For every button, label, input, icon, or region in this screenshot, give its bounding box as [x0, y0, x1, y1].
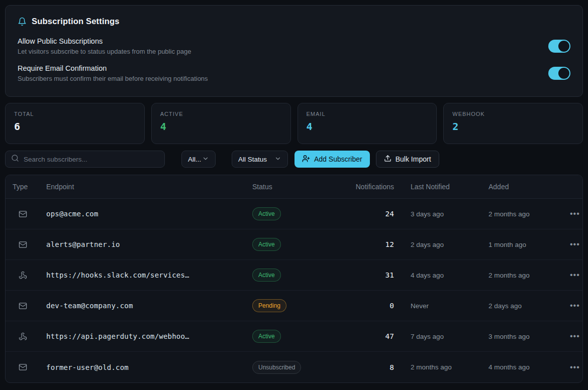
endpoint-text: https://api.pagerduty.com/webhoo… [46, 332, 252, 340]
search-icon [11, 154, 19, 164]
column-header-notifications: Notifications [352, 183, 394, 191]
stat-card-email: EMAIL 4 [298, 103, 437, 144]
notifications-count: 0 [352, 302, 394, 310]
user-plus-icon [302, 155, 310, 164]
stat-card-active: ACTIVE 4 [151, 103, 291, 144]
table-row: https://api.pagerduty.com/webhoo… Active… [6, 321, 582, 352]
toolbar: All... All Status Add Subscriber Bulk Im… [5, 151, 583, 168]
last-notified-text: 4 days ago [394, 272, 488, 279]
status-filter-value: All Status [238, 156, 267, 163]
notifications-count: 24 [352, 210, 394, 218]
row-menu-button[interactable]: ••• [569, 269, 581, 281]
row-menu-button[interactable]: ••• [569, 208, 581, 220]
column-header-status: Status [252, 183, 352, 191]
require-email-toggle[interactable] [548, 67, 570, 80]
status-badge: Active [252, 207, 281, 220]
status-badge: Unsubscribed [252, 361, 301, 374]
setting-allow-public: Allow Public Subscriptions Let visitors … [18, 37, 570, 55]
mail-icon [13, 363, 46, 371]
mail-icon [13, 302, 46, 310]
stat-label: TOTAL [14, 111, 136, 117]
last-notified-text: 2 days ago [394, 241, 488, 248]
mail-icon [13, 210, 46, 218]
status-badge: Pending [252, 299, 286, 312]
status-badge: Active [252, 330, 281, 343]
table-row: ops@acme.com Active 24 3 days ago 2 mont… [6, 199, 582, 229]
status-badge: Active [252, 238, 281, 251]
bulk-import-label: Bulk Import [396, 155, 431, 163]
subscription-settings-card: Subscription Settings Allow Public Subsc… [5, 5, 583, 97]
status-badge: Active [252, 269, 281, 282]
table-row: https://hooks.slack.com/services… Active… [6, 260, 582, 291]
added-text: 4 months ago [488, 363, 569, 371]
stat-label: ACTIVE [160, 111, 282, 117]
added-text: 1 month ago [488, 241, 569, 248]
setting-description: Let visitors subscribe to status updates… [18, 48, 191, 55]
stat-card-webhook: WEBHOOK 2 [443, 103, 583, 144]
added-text: 2 days ago [488, 302, 569, 310]
add-subscriber-label: Add Subscriber [314, 155, 362, 163]
stat-label: EMAIL [307, 111, 428, 117]
stat-value: 4 [160, 120, 282, 133]
stat-value: 2 [452, 120, 574, 133]
setting-label: Require Email Confirmation [18, 64, 208, 72]
last-notified-text: 7 days ago [394, 333, 488, 340]
column-header-endpoint: Endpoint [46, 183, 252, 191]
stat-label: WEBHOOK [452, 111, 574, 117]
webhook-icon [13, 271, 46, 280]
setting-label: Allow Public Subscriptions [18, 37, 191, 45]
stat-card-total: TOTAL 6 [5, 103, 145, 144]
status-filter-dropdown[interactable]: All Status [232, 151, 288, 168]
table-row: former-user@old.com Unsubscribed 8 2 mon… [6, 352, 582, 382]
allow-public-toggle[interactable] [548, 40, 570, 53]
column-header-added: Added [488, 183, 569, 191]
bulk-import-button[interactable]: Bulk Import [376, 151, 439, 168]
notifications-count: 12 [352, 240, 394, 248]
added-text: 3 months ago [488, 333, 569, 340]
bell-icon [18, 17, 27, 26]
row-menu-button[interactable]: ••• [569, 300, 581, 312]
notifications-count: 31 [352, 271, 394, 279]
row-menu-button[interactable]: ••• [569, 330, 581, 342]
mail-icon [13, 240, 46, 249]
webhook-icon [13, 332, 46, 341]
row-menu-button[interactable]: ••• [569, 238, 581, 250]
endpoint-text: https://hooks.slack.com/services… [46, 271, 252, 279]
column-header-type: Type [13, 183, 46, 191]
stats-row: TOTAL 6 ACTIVE 4 EMAIL 4 WEBHOOK 2 [5, 103, 583, 144]
type-filter-value: All... [188, 156, 201, 163]
setting-require-email: Require Email Confirmation Subscribers m… [18, 64, 570, 82]
row-menu-button[interactable]: ••• [569, 361, 581, 373]
table-row: alerts@partner.io Active 12 2 days ago 1… [6, 229, 582, 260]
last-notified-text: Never [394, 302, 488, 310]
subscribers-table: Type Endpoint Status Notifications Last … [5, 175, 583, 383]
endpoint-text: alerts@partner.io [46, 240, 252, 248]
add-subscriber-button[interactable]: Add Subscriber [295, 151, 370, 168]
notifications-count: 8 [352, 363, 394, 371]
table-row: dev-team@company.com Pending 0 Never 2 d… [6, 291, 582, 321]
search-box[interactable] [5, 151, 165, 168]
notifications-count: 47 [352, 332, 394, 340]
endpoint-text: former-user@old.com [46, 363, 252, 371]
added-text: 2 months ago [488, 272, 569, 279]
chevron-down-icon [274, 155, 281, 164]
last-notified-text: 2 months ago [394, 363, 488, 371]
stat-value: 4 [307, 120, 428, 133]
endpoint-text: dev-team@company.com [46, 302, 252, 310]
setting-description: Subscribers must confirm their email bef… [18, 75, 208, 82]
search-input[interactable] [24, 156, 159, 163]
type-filter-dropdown[interactable]: All... [181, 151, 216, 168]
page-title: Subscription Settings [32, 17, 120, 26]
added-text: 2 months ago [488, 210, 569, 218]
last-notified-text: 3 days ago [394, 210, 488, 218]
column-header-last-notified: Last Notified [394, 183, 488, 191]
chevron-down-icon [202, 155, 209, 164]
stat-value: 6 [14, 120, 136, 133]
table-header: Type Endpoint Status Notifications Last … [6, 175, 582, 199]
upload-icon [384, 155, 391, 164]
endpoint-text: ops@acme.com [46, 210, 252, 218]
